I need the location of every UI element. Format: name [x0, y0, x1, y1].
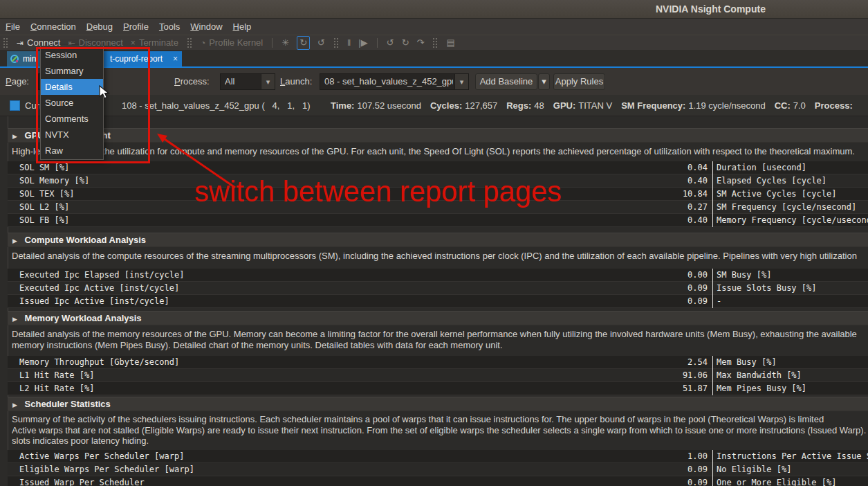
section-description: Detailed analysis of the compute resourc… [12, 251, 868, 262]
kernel-gpu: TITAN V [578, 100, 612, 111]
titlebar: NVIDIA Nsight Compute [0, 0, 868, 19]
table-row: Memory Throughput [Gbyte/second]2.54Mem … [8, 356, 868, 369]
menubar: File Connection Debug Profile Tools Wind… [0, 19, 868, 35]
add-baseline-button[interactable]: Add Baseline [475, 73, 537, 90]
column-separator [712, 450, 713, 486]
memory-table: Memory Throughput [Gbyte/second]2.54Mem … [8, 356, 868, 395]
table-row: L2 Hit Rate [%]51.87Mem Pipes Busy [%] [8, 382, 868, 395]
menu-profile[interactable]: Profile [123, 21, 149, 32]
nsight-compute-window: NVIDIA Nsight Compute File Connection De… [0, 0, 868, 486]
toolbar-grip[interactable] [334, 38, 338, 48]
kernel-time: 107.52 usecond [357, 100, 421, 111]
profile-kernel-icon: ◔ [201, 38, 205, 48]
table-row: Eligible Warps Per Scheduler [warp]0.09N… [8, 463, 868, 476]
kernel-regs: 48 [534, 100, 544, 111]
terminate-icon: × [131, 38, 136, 48]
step-out-icon[interactable]: ↷ [417, 37, 425, 49]
annotation-rectangle [36, 47, 150, 163]
tab-label: min [23, 51, 36, 66]
terminate-button[interactable]: × Terminate [131, 37, 178, 48]
section-title: Scheduler Statistics [25, 399, 111, 409]
table-row: Issued Warp Per Scheduler0.09One or More… [8, 476, 868, 486]
chevron-down-icon: ▾ [454, 74, 468, 89]
table-row: SOL FB [%]0.40Memory Frequency [cycle/us… [8, 214, 868, 227]
section-header-scheduler-statistics[interactable]: ▶ Scheduler Statistics [8, 397, 868, 411]
nsight-report-icon [10, 54, 19, 64]
column-separator [712, 269, 713, 308]
menu-window[interactable]: Window [190, 21, 222, 32]
toolbar-grip[interactable] [187, 38, 192, 48]
layers-icon[interactable]: ▤ [446, 37, 454, 49]
kernel-sm-frequency: 1.19 cycle/nsecond [688, 100, 765, 111]
menu-tools[interactable]: Tools [159, 21, 180, 32]
process-select[interactable]: All ▾ [220, 73, 275, 90]
launch-label: Launch: [280, 68, 312, 95]
table-row: Active Warps Per Scheduler [warp]1.00Ins… [8, 450, 868, 463]
freeze-api-icon[interactable]: ✳ [281, 37, 289, 49]
step-in-icon[interactable]: ↺ [387, 37, 394, 49]
toolbar-grip[interactable] [3, 38, 8, 48]
toolbar-grip[interactable] [433, 38, 437, 48]
pause-icon[interactable]: ‖ [347, 37, 351, 49]
process-label: Process: [174, 68, 210, 95]
section-header-memory-workload[interactable]: ▶ Memory Workload Analysis [8, 311, 868, 325]
connect-icon: ⇥ [17, 38, 24, 48]
launch-select[interactable]: 08 - set_halo_values_z_452_gpu ▾ [320, 73, 469, 90]
table-row: Executed Ipc Elapsed [inst/cycle]0.00SM … [8, 269, 868, 282]
details-page: ▶ GPU Speed Of Light High-level overview… [0, 116, 868, 486]
collapse-arrow-icon[interactable]: ▶ [12, 133, 17, 140]
step-icon[interactable]: |▶ [358, 37, 367, 49]
toolbar-separator [272, 38, 273, 48]
menu-connection[interactable]: Connection [30, 21, 76, 32]
kernel-stats: Time:107.52 usecond Cycles:127,657 Regs:… [331, 95, 856, 116]
apply-rules-button[interactable]: Apply Rules [553, 73, 605, 90]
section-description: Summary of the activity of the scheduler… [12, 414, 868, 447]
column-separator [712, 161, 713, 227]
menu-debug[interactable]: Debug [86, 21, 113, 32]
scheduler-table: Active Warps Per Scheduler [warp]1.00Ins… [8, 450, 868, 486]
page-label: Page: [6, 68, 29, 95]
collapse-arrow-icon[interactable]: ▶ [12, 237, 17, 244]
column-separator [712, 356, 713, 395]
tab-close-icon[interactable]: × [173, 51, 178, 66]
section-title: Compute Workload Analysis [25, 235, 147, 245]
step-over-icon[interactable]: ↻ [402, 37, 409, 49]
section-description: Detailed analysis of the memory resource… [12, 329, 868, 350]
chevron-down-icon: ▾ [261, 74, 275, 89]
table-row: Executed Ipc Active [inst/cycle]0.09Issu… [8, 282, 868, 295]
current-kernel-checkbox[interactable] [10, 100, 20, 111]
window-title: NVIDIA Nsight Compute [656, 3, 766, 15]
menu-file[interactable]: File [6, 21, 20, 32]
mouse-cursor [99, 85, 110, 100]
collapse-arrow-icon[interactable]: ▶ [12, 316, 17, 323]
table-row: Issued Ipc Active [inst/cycle]0.09- [8, 295, 868, 308]
toolbar-separator [377, 38, 378, 48]
profile-kernel-button[interactable]: ◔ Profile Kernel [201, 37, 263, 48]
add-baseline-dropdown-button[interactable]: ▾ [538, 73, 550, 90]
auto-profile-icon[interactable]: ↻ [297, 36, 310, 50]
profile-series-icon[interactable]: ↺ [317, 37, 325, 49]
section-header-compute-workload[interactable]: ▶ Compute Workload Analysis [8, 233, 868, 247]
collapse-arrow-icon[interactable]: ▶ [12, 402, 17, 408]
compute-table: Executed Ipc Elapsed [inst/cycle]0.00SM … [8, 269, 868, 308]
kernel-cc: 7.0 [793, 100, 806, 111]
kernel-cycles: 127,657 [465, 100, 497, 111]
annotation-text: switch between report pages [194, 174, 562, 208]
section-title: Memory Workload Analysis [25, 313, 142, 323]
table-row: L1 Hit Rate [%]91.06Max Bandwidth [%] [8, 369, 868, 382]
menu-help[interactable]: Help [233, 21, 252, 32]
